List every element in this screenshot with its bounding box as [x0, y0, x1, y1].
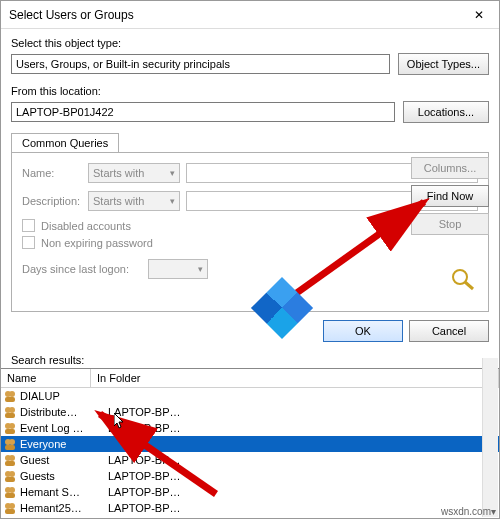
days-since-logon-label: Days since last logon: [22, 263, 142, 275]
svg-rect-16 [5, 461, 15, 466]
table-row[interactable]: GuestsLAPTOP-BP… [1, 468, 499, 484]
cell-name: DIALUP [20, 390, 108, 402]
description-label: Description: [22, 195, 82, 207]
description-filter-value: Starts with [93, 195, 144, 207]
chevron-down-icon: ▾ [198, 264, 203, 274]
svg-point-18 [9, 471, 15, 477]
days-since-logon-combo[interactable]: ▾ [148, 259, 208, 279]
group-icon [3, 389, 17, 403]
group-icon [3, 485, 17, 499]
svg-rect-22 [5, 493, 15, 498]
group-icon [3, 469, 17, 483]
table-row[interactable]: Hemant25…LAPTOP-BP… [1, 500, 499, 516]
dialog-title: Select Users or Groups [9, 8, 459, 22]
svg-point-6 [9, 407, 15, 413]
cell-folder: LAPTOP-BP… [108, 454, 499, 466]
ok-button[interactable]: OK [323, 320, 403, 342]
group-icon [3, 405, 17, 419]
svg-point-0 [453, 270, 467, 284]
group-icon [3, 517, 17, 518]
chevron-down-icon: ▾ [170, 168, 175, 178]
svg-rect-19 [5, 477, 15, 482]
stop-button: Stop [411, 213, 489, 235]
side-buttons: Columns... Find Now Stop [411, 157, 489, 235]
results-grid[interactable]: Name In Folder DIALUPDistribute…LAPTOP-B… [1, 368, 499, 518]
table-row[interactable]: Hyper-V A…LAPTOP-BP… [1, 516, 499, 518]
description-filter-combo[interactable]: Starts with ▾ [88, 191, 180, 211]
svg-point-24 [9, 503, 15, 509]
svg-point-12 [9, 439, 15, 445]
close-icon: ✕ [474, 8, 484, 22]
find-now-button[interactable]: Find Now [411, 185, 489, 207]
cell-folder: LAPTOP-BP… [108, 486, 499, 498]
select-users-dialog: Select Users or Groups ✕ Select this obj… [0, 0, 500, 519]
grid-header: Name In Folder [1, 369, 499, 388]
non-expiring-checkbox[interactable] [22, 236, 35, 249]
table-row[interactable]: Event Log …LAPTOP-BP… [1, 420, 499, 436]
cancel-button[interactable]: Cancel [409, 320, 489, 342]
cell-name: Guest [20, 454, 108, 466]
svg-rect-25 [5, 509, 15, 514]
svg-rect-7 [5, 413, 15, 418]
locations-button[interactable]: Locations... [403, 101, 489, 123]
object-type-field: Users, Groups, or Built-in security prin… [11, 54, 390, 74]
svg-point-9 [9, 423, 15, 429]
cell-name: Event Log … [20, 422, 108, 434]
close-button[interactable]: ✕ [459, 1, 499, 29]
object-type-label: Select this object type: [11, 37, 489, 49]
svg-rect-13 [5, 445, 15, 450]
cell-name: Hemant S… [20, 486, 108, 498]
svg-rect-10 [5, 429, 15, 434]
table-row[interactable]: DIALUP [1, 388, 499, 404]
cell-name: Everyone [20, 438, 108, 450]
location-field: LAPTOP-BP01J422 [11, 102, 395, 122]
cell-name: Guests [20, 470, 108, 482]
table-row[interactable]: Everyone [1, 436, 499, 452]
svg-line-1 [465, 282, 473, 289]
cell-folder: LAPTOP-BP… [108, 502, 499, 514]
table-row[interactable]: GuestLAPTOP-BP… [1, 452, 499, 468]
search-decor-icon [449, 267, 479, 291]
svg-point-15 [9, 455, 15, 461]
table-row[interactable]: Hemant S…LAPTOP-BP… [1, 484, 499, 500]
query-tabs: Common Queries [11, 133, 489, 152]
group-icon [3, 453, 17, 467]
disabled-accounts-checkbox[interactable] [22, 219, 35, 232]
disabled-accounts-label: Disabled accounts [41, 220, 131, 232]
columns-button: Columns... [411, 157, 489, 179]
group-icon [3, 501, 17, 515]
cell-name: Hemant25… [20, 502, 108, 514]
object-types-button[interactable]: Object Types... [398, 53, 489, 75]
results-label: Search results: [1, 350, 499, 368]
dialog-footer-buttons: OK Cancel [1, 312, 499, 350]
table-row[interactable]: Distribute…LAPTOP-BP… [1, 404, 499, 420]
chevron-down-icon: ▾ [170, 196, 175, 206]
group-icon [3, 437, 17, 451]
cell-folder: LAPTOP-BP… [108, 470, 499, 482]
cell-folder: LAPTOP-BP… [108, 406, 499, 418]
svg-point-3 [9, 391, 15, 397]
col-header-name[interactable]: Name [1, 369, 91, 387]
non-expiring-label: Non expiring password [41, 237, 153, 249]
cell-name: Distribute… [20, 406, 108, 418]
tab-common-queries[interactable]: Common Queries [11, 133, 119, 152]
name-filter-value: Starts with [93, 167, 144, 179]
location-label: From this location: [11, 85, 489, 97]
svg-point-21 [9, 487, 15, 493]
vertical-scrollbar[interactable] [482, 358, 498, 517]
col-header-folder[interactable]: In Folder [91, 369, 499, 387]
cell-folder: LAPTOP-BP… [108, 422, 499, 434]
group-icon [3, 421, 17, 435]
grid-body: DIALUPDistribute…LAPTOP-BP…Event Log …LA… [1, 388, 499, 518]
svg-rect-4 [5, 397, 15, 402]
name-filter-combo[interactable]: Starts with ▾ [88, 163, 180, 183]
name-label: Name: [22, 167, 82, 179]
titlebar[interactable]: Select Users or Groups ✕ [1, 1, 499, 29]
